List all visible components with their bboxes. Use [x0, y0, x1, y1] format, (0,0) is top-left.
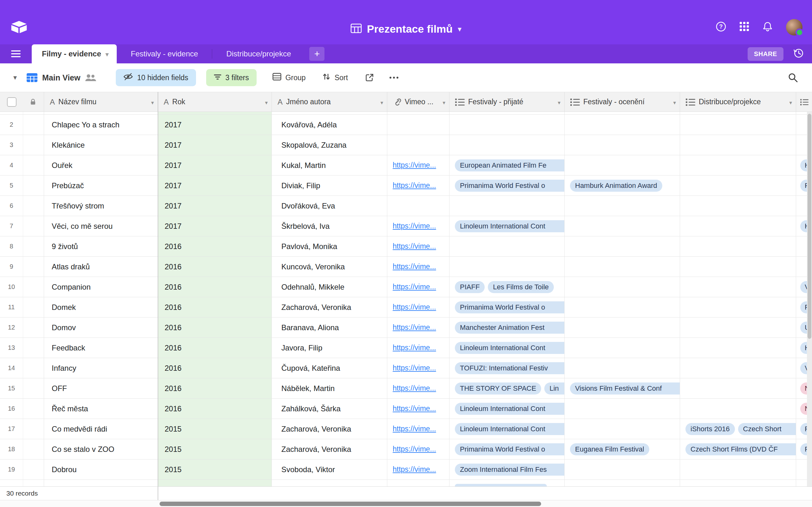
- cell-festivaly-oceneni[interactable]: [565, 399, 680, 418]
- vimeo-link[interactable]: https://vime...: [393, 404, 436, 413]
- cell-distribuce-projekce[interactable]: [680, 155, 796, 175]
- column-header-vimeo[interactable]: Vimeo ...: [387, 92, 450, 112]
- table-row[interactable]: 8 9 životů 2016 Pavlová, Monika https://…: [0, 236, 812, 257]
- row-number[interactable]: 2: [0, 115, 44, 135]
- festival-tag[interactable]: Linoleum International Cont: [455, 423, 564, 435]
- festival-tag[interactable]: European Animated Film Fe: [455, 159, 564, 171]
- cell-distribuce-projekce[interactable]: [680, 196, 796, 216]
- cell-rok[interactable]: 2017: [158, 135, 272, 155]
- cell-festivaly-oceneni[interactable]: [565, 115, 680, 135]
- table-row[interactable]: 12 Domov 2016 Baranava, Aliona https://v…: [0, 318, 812, 338]
- cell-nazev-filmu[interactable]: Ouřek: [44, 155, 158, 175]
- cell-festivaly-oceneni[interactable]: [565, 459, 680, 480]
- festival-tag[interactable]: iShorts 2016: [686, 423, 735, 435]
- cell-festivaly-oceneni[interactable]: Visions Film Festival & Conf: [565, 378, 680, 398]
- field-menu-caret[interactable]: [443, 98, 445, 106]
- festival-tag[interactable]: Les Films de Toile: [488, 281, 554, 293]
- vertical-scrollbar[interactable]: [807, 112, 812, 487]
- cell-festivaly-prijate[interactable]: Linoleum International Cont: [450, 399, 565, 418]
- vimeo-link[interactable]: https://vime...: [393, 425, 436, 433]
- cell-jmeno-autora[interactable]: Skopalová, Zuzana: [272, 135, 387, 155]
- row-number[interactable]: 4: [0, 155, 44, 175]
- cell-prijate[interactable]: [450, 480, 565, 487]
- table-row[interactable]: 3 Klekánice 2017 Skopalová, Zuzana: [0, 135, 812, 155]
- cell-rok[interactable]: 2017: [158, 155, 272, 175]
- cell-vimeo[interactable]: [387, 135, 450, 155]
- cell-festivaly-oceneni[interactable]: [565, 297, 680, 317]
- view-name[interactable]: Main View: [42, 73, 80, 82]
- column-header-name[interactable]: Název filmu: [44, 92, 158, 112]
- cell-jmeno-autora[interactable]: Zahálková, Šárka: [272, 399, 387, 418]
- column-header-autor[interactable]: Jméno autora: [272, 92, 387, 112]
- cell-festivaly-oceneni[interactable]: [565, 135, 680, 155]
- cell-rok[interactable]: 2015: [158, 459, 272, 480]
- cell-nazev-filmu[interactable]: OFF: [44, 378, 158, 398]
- festival-tag[interactable]: Euganea Film Festival: [570, 443, 649, 455]
- cell-jmeno-autora[interactable]: Javora, Filip: [272, 338, 387, 358]
- cell-rok[interactable]: 2016: [158, 236, 272, 257]
- cell-jmeno-autora[interactable]: Škrbelová, Iva: [272, 216, 387, 236]
- festival-tag[interactable]: TOFUZI: International Festiv: [455, 362, 564, 374]
- festival-tag[interactable]: Linoleum International Cont: [455, 342, 564, 354]
- cell-festivaly-oceneni[interactable]: [565, 338, 680, 358]
- vimeo-link[interactable]: https://vime...: [393, 242, 436, 250]
- cell-vimeo[interactable]: https://vime...: [387, 459, 450, 480]
- more-options-icon[interactable]: [389, 76, 399, 79]
- festival-tag[interactable]: Linoleum International Cont: [455, 403, 564, 415]
- sort-button[interactable]: Sort: [322, 72, 348, 83]
- column-header-distribuce[interactable]: Distribuce/projekce: [680, 92, 796, 112]
- collapse-sidebar-caret[interactable]: [13, 73, 17, 82]
- cell-jmeno-autora[interactable]: Svoboda, Viktor: [272, 459, 387, 480]
- row-number[interactable]: 6: [0, 196, 44, 216]
- cell-festivaly-oceneni[interactable]: [565, 196, 680, 216]
- row-number[interactable]: 10: [0, 277, 44, 297]
- cell-jmeno-autora[interactable]: Odehnalů, Mikkele: [272, 277, 387, 297]
- cell-festivaly-prijate[interactable]: [450, 236, 565, 257]
- vimeo-link[interactable]: https://vime...: [393, 364, 436, 372]
- cell-distribuce-projekce[interactable]: [680, 358, 796, 378]
- base-title-group[interactable]: Prezentace filmů: [351, 23, 461, 35]
- cell-distribuce-projekce[interactable]: [680, 135, 796, 155]
- cell-distribuce-projekce[interactable]: [680, 297, 796, 317]
- cell-distribuce-projekce[interactable]: [680, 216, 796, 236]
- vimeo-link[interactable]: https://vime...: [393, 465, 436, 474]
- cell-prijate[interactable]: [450, 112, 565, 114]
- cell-jmeno-autora[interactable]: Kukal, Martin: [272, 155, 387, 175]
- cell-distribuce-projekce[interactable]: [680, 459, 796, 480]
- cell-name[interactable]: [44, 480, 158, 487]
- cell-festivaly-prijate[interactable]: [450, 115, 565, 135]
- cell-nazev-filmu[interactable]: Companion: [44, 277, 158, 297]
- cell-rok[interactable]: 2016: [158, 338, 272, 358]
- cell-rok[interactable]: 2016: [158, 399, 272, 418]
- cell-jmeno-autora[interactable]: Zacharová, Veronika: [272, 419, 387, 439]
- cell-distribuce-projekce[interactable]: [680, 318, 796, 337]
- cell-festivaly-oceneni[interactable]: [565, 277, 680, 297]
- share-button[interactable]: SHARE: [748, 47, 783, 61]
- cell-festivaly-prijate[interactable]: Linoleum International Cont: [450, 338, 565, 358]
- cell-vimeo[interactable]: https://vime...: [387, 297, 450, 317]
- field-menu-caret[interactable]: [558, 98, 560, 106]
- row-number[interactable]: 18: [0, 439, 44, 459]
- cell-vimeo[interactable]: https://vime...: [387, 277, 450, 297]
- cell-vimeo[interactable]: https://vime...: [387, 155, 450, 175]
- cell-rok[interactable]: 2017: [158, 216, 272, 236]
- cell-festivaly-oceneni[interactable]: [565, 236, 680, 257]
- row-number[interactable]: 11: [0, 297, 44, 317]
- cell-nazev-filmu[interactable]: Co se stalo v ZOO: [44, 439, 158, 459]
- row-number[interactable]: 14: [0, 358, 44, 378]
- cell-vimeo[interactable]: https://vime...: [387, 439, 450, 459]
- cell-vimeo[interactable]: [387, 480, 450, 487]
- cell-jmeno-autora[interactable]: Baranava, Aliona: [272, 318, 387, 337]
- cell-festivaly-prijate[interactable]: [450, 196, 565, 216]
- festival-tag[interactable]: Primanima World Festival o: [455, 301, 564, 314]
- history-icon[interactable]: [793, 48, 804, 60]
- cell-nazev-filmu[interactable]: Prebúzač: [44, 176, 158, 195]
- cell-oceneni[interactable]: [565, 480, 680, 487]
- cell-vimeo[interactable]: [387, 112, 450, 114]
- table-row[interactable]: 16 Řeč města 2016 Zahálková, Šárka https…: [0, 399, 812, 419]
- cell-festivaly-oceneni[interactable]: [565, 419, 680, 439]
- table-row[interactable]: 19 Dobrou 2015 Svoboda, Viktor https://v…: [0, 459, 812, 480]
- cell-vimeo[interactable]: https://vime...: [387, 257, 450, 277]
- cell-distribuce-projekce[interactable]: [680, 277, 796, 297]
- cell-festivaly-prijate[interactable]: Primanima World Festival o: [450, 176, 565, 195]
